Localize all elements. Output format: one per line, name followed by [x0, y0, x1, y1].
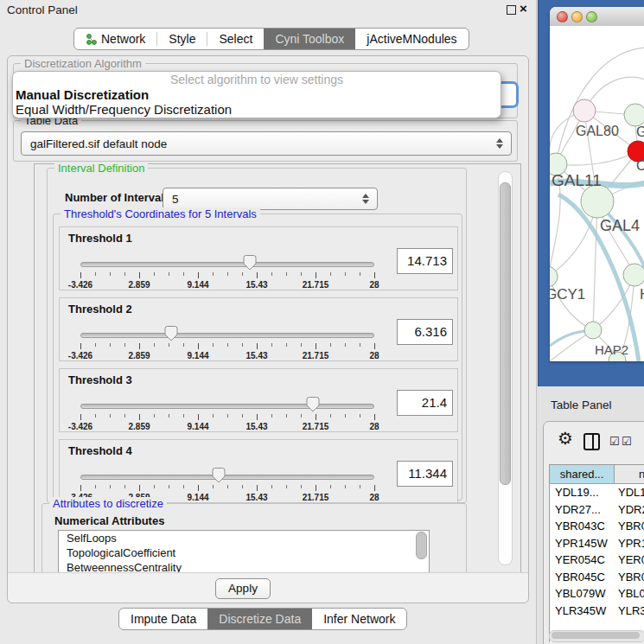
cell-shared-name[interactable]: YBR043C [550, 518, 614, 535]
slider-ticks [80, 485, 374, 492]
threshold-1-value[interactable]: 14.713 [397, 248, 453, 274]
scrollbar-thumb[interactable] [552, 632, 640, 639]
slider-thumb[interactable] [164, 326, 178, 341]
dropdown-prompt[interactable]: Select algorithm to view settings [13, 72, 501, 87]
cell-name[interactable]: YBL0 [614, 585, 644, 603]
threshold-4-slider[interactable]: -3.4262.8599.14415.4321.71528 [80, 468, 374, 501]
table-row[interactable]: YBR043CYBR0 [550, 518, 644, 535]
tab-discretize-data[interactable]: Discretize Data [207, 609, 312, 629]
column-header-name[interactable]: n [615, 465, 644, 483]
close-window-icon[interactable] [557, 11, 568, 22]
minimize-window-icon[interactable] [571, 11, 583, 22]
slider-track[interactable] [80, 262, 374, 267]
table-row[interactable]: YIL052CYIL0 [550, 619, 644, 620]
network-node[interactable] [550, 266, 558, 287]
slider-thumb[interactable] [306, 397, 320, 412]
tab-network[interactable]: Network [74, 29, 156, 49]
cell-name[interactable]: YDR2 [614, 501, 644, 519]
cell-shared-name[interactable]: YPR145W [550, 535, 614, 552]
tab-impute-data[interactable]: Impute Data [119, 609, 207, 629]
tab-cyni-toolbox[interactable]: Cyni Toolbox [264, 29, 355, 49]
select-all-columns-icon[interactable]: ☑ [622, 435, 632, 448]
zoom-window-icon[interactable] [586, 11, 597, 22]
threshold-1-slider[interactable]: -3.4262.8599.14415.4321.71528 [80, 255, 374, 288]
table-row[interactable]: YLR345WYLR3 [550, 603, 644, 620]
cell-name[interactable]: YER0 [614, 552, 644, 569]
slider-track[interactable] [80, 475, 374, 480]
dropdown-option-equal-width[interactable]: Equal Width/Frequency Discretization [13, 102, 501, 117]
table-data-combobox[interactable]: galFiltered.sif default node [21, 131, 512, 156]
cell-shared-name[interactable]: YDR27... [550, 501, 614, 519]
cell-shared-name[interactable]: YIL052C [550, 619, 614, 620]
threshold-2-value[interactable]: 6.316 [397, 319, 453, 345]
table-settings-gear-icon[interactable]: ⚙ [558, 428, 573, 449]
cell-name[interactable]: YPR1 [614, 535, 644, 552]
settings-scrollbar[interactable] [498, 171, 513, 565]
table-row[interactable]: YER054CYER0 [550, 552, 644, 569]
cell-name[interactable]: YIL0 [614, 619, 644, 620]
tick-label: 21.715 [303, 351, 329, 360]
network-node[interactable] [573, 99, 596, 122]
column-header-shared-name[interactable]: shared... [550, 465, 615, 483]
scrollbar-thumb[interactable] [500, 182, 511, 485]
tick-label: 15.43 [245, 351, 267, 360]
table-row[interactable]: YDR27...YDR2 [550, 501, 644, 519]
threshold-4-value[interactable]: 11.344 [397, 461, 453, 487]
attribute-item[interactable]: TopologicalCoefficient [59, 545, 429, 560]
threshold-2-panel: Threshold 2 -3.4262.8599.14415.4321.7152… [59, 297, 458, 361]
apply-button[interactable]: Apply [215, 578, 271, 599]
cell-shared-name[interactable]: YDL19... [550, 484, 614, 501]
table-row[interactable]: YBL079WYBL0 [550, 585, 644, 603]
tick-label: -3.426 [68, 280, 92, 290]
slider-thumb[interactable] [243, 255, 257, 271]
attribute-item[interactable]: BetweennessCentrality [59, 560, 429, 573]
dropdown-option-manual[interactable]: Manual Discretization [13, 87, 501, 102]
apply-toolbar: Apply [8, 572, 528, 603]
numerical-attributes-list[interactable]: SelfLoopsTopologicalCoefficientBetweenne… [58, 530, 430, 573]
cell-shared-name[interactable]: YBR045C [550, 569, 614, 586]
attribute-item[interactable]: SelfLoops [59, 531, 429, 545]
table-data-combobox-value: galFiltered.sif default node [22, 137, 496, 150]
node-table: shared... n YDL19...YDL1YDR27...YDR2YBR0… [549, 464, 644, 642]
threshold-3-slider[interactable]: -3.4262.8599.14415.4321.71528 [80, 397, 374, 430]
network-canvas[interactable]: GAL80GCGAL11GAL4GCY1HHAP2 [550, 26, 644, 361]
split-table-icon[interactable] [583, 433, 600, 450]
network-node[interactable] [623, 264, 644, 286]
network-node-label: HAP2 [595, 342, 628, 357]
table-row[interactable]: YPR145WYPR1 [550, 535, 644, 552]
tick-label: 2.859 [128, 280, 150, 290]
close-panel-icon[interactable]: × [520, 1, 527, 16]
network-node[interactable] [584, 322, 602, 339]
tick-label: 21.715 [303, 422, 329, 431]
slider-track[interactable] [80, 333, 374, 338]
cell-name[interactable]: YBR0 [614, 569, 644, 586]
tab-style[interactable]: Style [157, 29, 207, 49]
tab-infer-network[interactable]: Infer Network [312, 609, 406, 629]
tab-jactivemnodules-label: jActiveMNodules [367, 32, 456, 46]
attributes-list-scrollbar[interactable] [416, 532, 425, 570]
table-horizontal-scrollbar[interactable] [549, 630, 644, 642]
slider-thumb[interactable] [212, 468, 226, 483]
cyni-toolbox-panel: Discretization Algorithm Table Data galF… [7, 55, 529, 603]
cell-name[interactable]: YBR0 [614, 518, 644, 535]
cell-shared-name[interactable]: YER054C [550, 552, 614, 569]
tick-label: 28 [369, 493, 379, 502]
cell-name[interactable]: YDL1 [614, 484, 644, 501]
tab-jactivemnodules[interactable]: jActiveMNodules [355, 29, 468, 49]
numerical-attributes-label: Numerical Attributes [54, 514, 164, 527]
network-node[interactable] [581, 185, 614, 218]
tab-select[interactable]: Select [207, 29, 264, 49]
scrollbar-thumb[interactable] [416, 532, 427, 559]
select-columns-icon[interactable]: ☑ [609, 435, 620, 448]
table-row[interactable]: YBR045CYBR0 [550, 569, 644, 586]
network-node[interactable] [624, 104, 644, 126]
table-row[interactable]: YDL19...YDL1 [550, 484, 644, 501]
threshold-2-slider[interactable]: -3.4262.8599.14415.4321.71528 [80, 326, 374, 359]
cell-name[interactable]: YLR3 [614, 603, 644, 620]
float-panel-icon[interactable] [507, 5, 516, 15]
threshold-3-value[interactable]: 21.4 [397, 390, 453, 416]
slider-ticks [80, 414, 374, 421]
cell-shared-name[interactable]: YLR345W [550, 603, 614, 620]
slider-track[interactable] [80, 404, 374, 409]
cell-shared-name[interactable]: YBL079W [550, 585, 614, 603]
